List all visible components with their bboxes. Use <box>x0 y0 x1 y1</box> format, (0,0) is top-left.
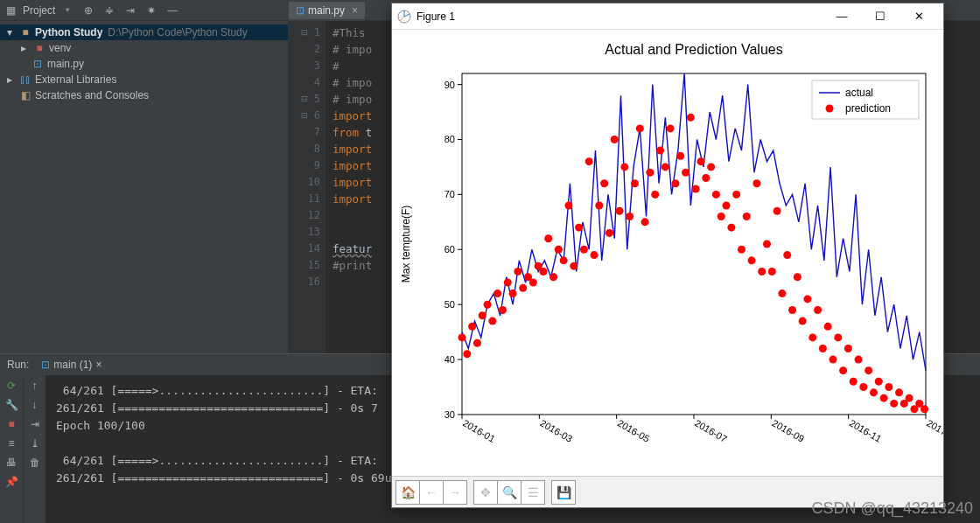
project-icon: ▦ <box>4 3 18 17</box>
svg-point-34 <box>468 323 476 331</box>
svg-point-32 <box>458 333 466 341</box>
svg-point-62 <box>611 136 619 143</box>
minimize-button[interactable]: — <box>822 3 861 30</box>
down-icon[interactable]: ↓ <box>28 398 42 412</box>
tree-root[interactable]: ▾ ■ Python Study D:\Python Code\Python S… <box>0 24 288 40</box>
figure-window[interactable]: Figure 1 — ☐ ✕ Actual and Prediction Val… <box>391 3 944 508</box>
chevron-right-icon[interactable]: ▸ <box>18 42 30 54</box>
tree-venv[interactable]: ▸ ■ venv <box>0 40 288 56</box>
svg-point-73 <box>667 124 675 132</box>
figure-title: Figure 1 <box>416 10 822 23</box>
home-icon[interactable]: 🏠 <box>396 480 420 505</box>
svg-point-70 <box>651 191 659 199</box>
svg-point-115 <box>880 394 888 402</box>
gear-icon[interactable]: ✷ <box>144 3 158 17</box>
tree-scratches[interactable]: ▸ ◧ Scratches and Consoles <box>0 87 288 103</box>
svg-point-72 <box>662 163 669 171</box>
print-icon[interactable]: 🖶 <box>4 456 18 470</box>
svg-text:2016-05: 2016-05 <box>616 417 652 444</box>
svg-text:30: 30 <box>444 409 455 420</box>
svg-point-95 <box>778 289 786 297</box>
pin-icon[interactable]: 📌 <box>4 475 18 489</box>
svg-point-116 <box>885 383 892 391</box>
svg-text:Actual and Prediction Values: Actual and Prediction Values <box>605 42 782 57</box>
scratch-icon: ◧ <box>19 89 32 101</box>
svg-point-104 <box>824 323 832 331</box>
svg-point-89 <box>748 256 756 264</box>
python-file-icon: ⊡ <box>296 4 304 17</box>
scroll-icon[interactable]: ⤓ <box>28 436 42 450</box>
tree-item-label: main.py <box>47 58 84 70</box>
svg-point-78 <box>692 185 700 193</box>
tree-root-path: D:\Python Code\Python Study <box>108 26 247 38</box>
figure-titlebar[interactable]: Figure 1 — ☐ ✕ <box>392 3 943 30</box>
close-tab-icon[interactable]: × <box>352 4 358 17</box>
svg-point-92 <box>763 241 771 248</box>
layout-icon[interactable]: ≡ <box>4 436 18 450</box>
svg-point-49 <box>544 234 552 242</box>
svg-point-36 <box>479 311 486 319</box>
svg-point-82 <box>712 191 720 199</box>
tree-external-libs[interactable]: ▸ ⫿⫿ External Libraries <box>0 72 288 87</box>
back-icon[interactable]: ← <box>419 480 444 505</box>
svg-point-118 <box>895 388 903 396</box>
zoom-icon[interactable]: 🔍 <box>497 480 522 505</box>
close-icon[interactable]: × <box>95 359 102 371</box>
tree-item-label: Scratches and Consoles <box>35 89 149 101</box>
svg-point-64 <box>620 163 628 171</box>
svg-point-84 <box>723 201 731 209</box>
svg-point-120 <box>906 394 914 402</box>
svg-text:2016-09: 2016-09 <box>770 417 806 444</box>
target-icon[interactable]: ⊕ <box>81 3 95 17</box>
svg-point-109 <box>850 378 858 386</box>
svg-point-67 <box>636 124 644 132</box>
svg-point-44 <box>519 284 527 292</box>
wrap-icon[interactable]: ⇥ <box>28 417 42 431</box>
svg-point-46 <box>529 279 537 287</box>
svg-point-99 <box>799 317 807 325</box>
run-tab-label: main (1) <box>53 359 92 371</box>
svg-point-117 <box>890 400 898 408</box>
library-icon: ⫿⫿ <box>19 73 32 86</box>
svg-point-112 <box>864 366 872 374</box>
clear-icon[interactable]: 🗑 <box>28 456 42 470</box>
chevron-right-icon[interactable]: ▸ <box>4 73 16 86</box>
folder-icon: ■ <box>19 26 32 38</box>
svg-point-111 <box>859 383 867 391</box>
run-tab[interactable]: ⊡ main (1) × <box>36 357 107 373</box>
figure-canvas[interactable]: Actual and Prediction ValuesMax tempture… <box>392 30 943 476</box>
python-file-icon: ⊡ <box>41 359 50 371</box>
project-tree[interactable]: ▾ ■ Python Study D:\Python Code\Python S… <box>0 21 289 353</box>
forward-icon[interactable]: → <box>443 480 467 505</box>
svg-point-88 <box>743 213 751 220</box>
rerun-icon[interactable]: ⟳ <box>4 379 18 393</box>
svg-point-33 <box>463 350 471 358</box>
project-tool-title[interactable]: Project <box>18 4 60 17</box>
svg-point-86 <box>732 191 740 199</box>
save-icon[interactable]: 💾 <box>551 480 576 505</box>
svg-point-102 <box>814 306 822 314</box>
maximize-button[interactable]: ☐ <box>861 3 900 30</box>
configure-icon[interactable]: ☰ <box>521 480 545 505</box>
svg-point-106 <box>834 333 842 341</box>
svg-rect-1 <box>462 73 926 415</box>
chevron-down-icon[interactable]: ▾ <box>4 26 16 38</box>
svg-text:2016-01: 2016-01 <box>461 417 497 444</box>
up-icon[interactable]: ↑ <box>28 379 42 393</box>
close-button[interactable]: ✕ <box>900 3 938 30</box>
wrench-icon[interactable]: 🔧 <box>4 398 18 412</box>
svg-point-66 <box>631 179 639 187</box>
pan-icon[interactable]: ✥ <box>473 480 498 505</box>
sort-icon[interactable]: ≑ <box>102 3 116 17</box>
tree-main-file[interactable]: ⊡ main.py <box>0 56 288 72</box>
editor-tab-main[interactable]: ⊡ main.py × <box>289 2 365 19</box>
svg-point-100 <box>803 295 811 303</box>
python-file-icon: ⊡ <box>32 58 44 70</box>
svg-point-56 <box>580 246 588 254</box>
collapse-icon[interactable]: ⇥ <box>123 3 137 17</box>
svg-point-51 <box>555 246 563 254</box>
chevron-down-icon[interactable]: ▼ <box>64 6 71 14</box>
hide-icon[interactable]: — <box>165 3 179 17</box>
svg-text:prediction: prediction <box>845 102 891 115</box>
stop-icon[interactable]: ■ <box>4 417 18 431</box>
